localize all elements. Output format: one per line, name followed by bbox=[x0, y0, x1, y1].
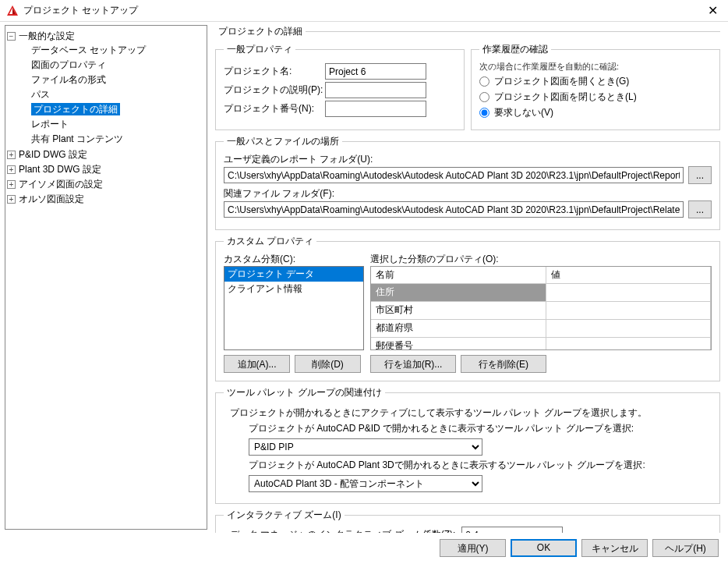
project-name-label: プロジェクト名: bbox=[224, 65, 325, 78]
history-close-radio[interactable] bbox=[479, 92, 489, 102]
tree-node-shared-content[interactable]: 共有 Plant コンテンツ bbox=[19, 132, 205, 147]
zoom-factor-input[interactable] bbox=[461, 527, 563, 533]
tree-node-reports[interactable]: レポート bbox=[19, 117, 205, 132]
pid-palette-label: プロジェクトが AutoCAD P&ID で開かれるときに表示するツール パレッ… bbox=[249, 422, 712, 435]
tree-node-database[interactable]: データベース セットアップ bbox=[19, 43, 205, 58]
delete-row-button[interactable]: 行を削除(E) bbox=[461, 355, 546, 373]
close-icon[interactable]: ✕ bbox=[697, 0, 728, 22]
category-label: カスタム分類(C): bbox=[224, 253, 364, 266]
ok-button[interactable]: OK bbox=[511, 539, 577, 557]
zoom-factor-label: データ マネージャのインタラクティブ ズーム係数(Z): bbox=[230, 528, 455, 533]
grid-row[interactable]: 市区町村 bbox=[371, 302, 711, 320]
window-title: プロジェクト セットアップ bbox=[23, 4, 697, 17]
palette-group: ツール パレット グループの関連付け プロジェクトが開かれるときにアクティブにし… bbox=[215, 386, 720, 504]
grid-row[interactable]: 都道府県 bbox=[371, 320, 711, 338]
history-caption: 次の場合に作業履歴を自動的に確認: bbox=[479, 61, 712, 73]
related-folder-browse-button[interactable]: ... bbox=[688, 200, 712, 218]
delete-category-button[interactable]: 削除(D) bbox=[295, 355, 361, 373]
category-listbox[interactable]: プロジェクト データ クライアント情報 bbox=[224, 266, 364, 350]
report-folder-label: ユーザ定義のレポート フォルダ(U): bbox=[224, 153, 712, 166]
add-category-button[interactable]: 追加(A)... bbox=[224, 355, 290, 373]
tree-node-plant3d-dwg[interactable]: +Plant 3D DWG 設定 bbox=[7, 162, 205, 177]
tree-node-pid-dwg[interactable]: +P&ID DWG 設定 bbox=[7, 147, 205, 162]
tree-node-ortho[interactable]: +オルソ図面設定 bbox=[7, 192, 205, 207]
titlebar: プロジェクト セットアップ ✕ bbox=[0, 0, 728, 22]
help-button[interactable]: ヘルプ(H) bbox=[652, 539, 719, 557]
report-folder-browse-button[interactable]: ... bbox=[688, 166, 712, 184]
properties-grid[interactable]: 名前 値 住所 市区町村 都道府県 郵便番号 bbox=[370, 266, 712, 350]
grid-row[interactable]: 郵便番号 bbox=[371, 338, 711, 350]
custom-props-group: カスタム プロパティ カスタム分類(C): プロジェクト データ クライアント情… bbox=[215, 235, 720, 381]
tree-node-general[interactable]: −一般的な設定 データベース セットアップ 図面のプロパティ ファイル名の形式 … bbox=[7, 29, 205, 147]
dialog-footer: 適用(Y) OK キャンセル ヘルプ(H) bbox=[0, 533, 728, 562]
project-desc-input[interactable] bbox=[325, 82, 426, 98]
expand-icon[interactable]: + bbox=[7, 165, 16, 174]
grid-row[interactable]: 住所 bbox=[371, 284, 711, 302]
project-number-input[interactable] bbox=[325, 101, 426, 117]
grid-header-value[interactable]: 値 bbox=[546, 267, 711, 283]
report-folder-input[interactable] bbox=[224, 167, 684, 183]
category-item[interactable]: プロジェクト データ bbox=[224, 267, 363, 282]
expand-icon[interactable]: + bbox=[7, 180, 16, 189]
history-open-radio[interactable] bbox=[479, 76, 489, 87]
details-group: プロジェクトの詳細 一般プロパティ プロジェクト名: プロジェクトの説明(P):… bbox=[215, 25, 720, 533]
history-never-radio[interactable] bbox=[479, 108, 489, 118]
p3d-palette-label: プロジェクトが AutoCAD Plant 3Dで開かれるときに表示するツール … bbox=[249, 459, 712, 472]
project-number-label: プロジェクト番号(N): bbox=[224, 102, 325, 115]
related-folder-input[interactable] bbox=[224, 201, 684, 218]
add-row-button[interactable]: 行を追加(R)... bbox=[370, 355, 456, 373]
nav-tree[interactable]: −一般的な設定 データベース セットアップ 図面のプロパティ ファイル名の形式 … bbox=[5, 25, 207, 530]
related-folder-label: 関連ファイル フォルダ(F): bbox=[224, 187, 712, 200]
tree-node-paths[interactable]: パス bbox=[19, 87, 205, 102]
app-logo-icon bbox=[6, 5, 19, 17]
history-group: 作業履歴の確認 次の場合に作業履歴を自動的に確認: プロジェクト図面を開くとき(… bbox=[471, 43, 720, 130]
details-heading: プロジェクトの詳細 bbox=[215, 25, 306, 38]
pid-palette-select[interactable]: P&ID PIP bbox=[249, 438, 482, 456]
grid-header-name[interactable]: 名前 bbox=[371, 267, 546, 283]
p3d-palette-select[interactable]: AutoCAD Plant 3D - 配管コンポーネント bbox=[249, 475, 482, 492]
zoom-group: インタラクティブ ズーム(I) データ マネージャのインタラクティブ ズーム係数… bbox=[215, 509, 720, 533]
paths-group: 一般パスとファイルの場所 ユーザ定義のレポート フォルダ(U): ... 関連フ… bbox=[215, 135, 720, 230]
project-desc-label: プロジェクトの説明(P): bbox=[224, 83, 325, 97]
cancel-button[interactable]: キャンセル bbox=[581, 539, 648, 557]
general-props-group: 一般プロパティ プロジェクト名: プロジェクトの説明(P): プロジェクト番号(… bbox=[215, 43, 465, 130]
apply-button[interactable]: 適用(Y) bbox=[440, 539, 506, 557]
collapse-icon[interactable]: − bbox=[7, 32, 16, 41]
tree-node-iso[interactable]: +アイソメ図面の設定 bbox=[7, 177, 205, 192]
tree-node-drawing-props[interactable]: 図面のプロパティ bbox=[19, 58, 205, 73]
expand-icon[interactable]: + bbox=[7, 151, 16, 159]
tree-node-filename-format[interactable]: ファイル名の形式 bbox=[19, 73, 205, 87]
category-item[interactable]: クライアント情報 bbox=[224, 282, 363, 296]
expand-icon[interactable]: + bbox=[7, 195, 16, 204]
project-name-input[interactable] bbox=[325, 63, 426, 80]
properties-label: 選択した分類のプロパティ(O): bbox=[370, 253, 712, 266]
palette-caption: プロジェクトが開かれるときにアクティブにして表示するツール パレット グループを… bbox=[230, 406, 712, 420]
tree-node-project-details[interactable]: プロジェクトの詳細 bbox=[19, 102, 205, 117]
